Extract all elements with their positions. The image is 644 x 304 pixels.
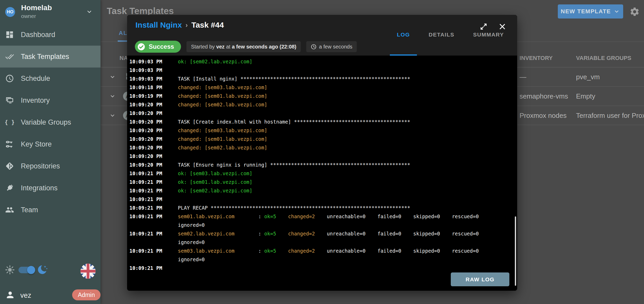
log-line: 10:09:19 PMchanged: [sem01.lab.vezpi.com…	[127, 92, 517, 100]
sidebar-item-label: Inventory	[21, 96, 50, 105]
log-message	[178, 152, 517, 161]
log-timestamp: 10:09:20 PM	[129, 135, 178, 143]
status-badge: Success	[135, 41, 181, 53]
user-icon	[5, 290, 15, 300]
started-chip: Started by vez at a few seconds ago (22:…	[186, 41, 301, 52]
status-row: Success Started by vez at a few seconds …	[135, 41, 357, 53]
log-timestamp: 10:09:21 PM	[129, 229, 178, 238]
sidebar-item-dashboard[interactable]: Dashboard	[0, 24, 101, 46]
theme-toggle-knob	[27, 266, 35, 274]
log-line: 10:09:21 PMsem03.lab.vezpi.com : ok=5 ch…	[127, 247, 517, 255]
sidebar-item-repositories[interactable]: Repositories	[0, 155, 101, 177]
log-message: ok: [sem02.lab.vezpi.com]	[178, 57, 517, 66]
log-timestamp: 10:09:03 PM	[129, 57, 178, 66]
sidebar-nav: DashboardTask TemplatesScheduleInventory…	[0, 24, 101, 221]
admin-badge: Admin	[72, 289, 101, 300]
log-timestamp: 10:09:03 PM	[129, 75, 178, 83]
inventory-icon	[5, 96, 14, 105]
new-template-button[interactable]: NEW TEMPLATE	[558, 4, 623, 19]
raw-log-button[interactable]: RAW LOG	[451, 272, 509, 286]
team-icon	[5, 205, 14, 214]
log-timestamp: 10:09:21 PM	[129, 264, 178, 272]
dark-mode-moon-icon	[37, 264, 48, 275]
log-line: 10:09:20 PM	[127, 109, 517, 118]
row-expand-chevron-icon[interactable]	[109, 112, 116, 119]
sidebar-item-task-templates[interactable]: Task Templates	[0, 46, 101, 68]
language-flag-uk[interactable]	[80, 264, 96, 279]
sidebar-item-inventory[interactable]: Inventory	[0, 89, 101, 111]
tab-log[interactable]: LOG	[390, 15, 417, 56]
sidebar-item-variable-groups[interactable]: { }Variable Groups	[0, 111, 101, 133]
log-message: TASK [Ensure nginx is running] *********…	[178, 161, 517, 169]
log-line: ignored=0	[127, 221, 517, 229]
log-message: TASK [Create index.html with hostname] *…	[178, 118, 517, 126]
log-timestamp: 10:09:21 PM	[129, 247, 178, 255]
log-line: 10:09:03 PM	[127, 66, 517, 75]
project-switcher[interactable]: HO Homelab owner	[0, 0, 101, 24]
column-header-inventory: INVENTORY	[520, 55, 553, 62]
log-line: 10:09:20 PM	[127, 152, 517, 161]
task-templates-icon	[5, 52, 14, 61]
log-message	[178, 195, 517, 204]
log-line: 10:09:20 PMchanged: [sem02.lab.vezpi.com…	[127, 143, 517, 152]
log-timestamp	[129, 238, 178, 247]
breadcrumb-task: Task #44	[191, 21, 224, 29]
integrations-icon	[5, 184, 14, 192]
log-message	[178, 109, 517, 118]
log-message: sem02.lab.vezpi.com : ok=5 changed=2 unr…	[178, 229, 517, 238]
log-line: 10:09:21 PMPLAY RECAP ******************…	[127, 204, 517, 212]
log-timestamp: 10:09:20 PM	[129, 100, 178, 109]
duration-chip: a few seconds	[306, 41, 357, 52]
log-line: 10:09:21 PM	[127, 264, 517, 272]
log-message	[178, 264, 517, 272]
log-timestamp: 10:09:18 PM	[129, 83, 178, 92]
clock-icon	[311, 44, 317, 50]
project-avatar: HO	[5, 7, 15, 17]
cell-variable-groups: Terraform user for Proxm	[576, 111, 644, 119]
sidebar-item-integrations[interactable]: Integrations	[0, 177, 101, 199]
breadcrumb-template-link[interactable]: Install Nginx	[135, 21, 182, 29]
tab-summary[interactable]: SUMMARY	[466, 15, 511, 56]
repositories-icon	[5, 162, 14, 171]
status-badge-label: Success	[149, 43, 174, 50]
modal-header: Install Nginx › Task #44 Success Started…	[127, 15, 517, 56]
log-line: 10:09:20 PMchanged: [sem03.lab.vezpi.com…	[127, 126, 517, 135]
log-line: 10:09:20 PMTASK [Create index.html with …	[127, 118, 517, 126]
log-line: 10:09:21 PMok: [sem03.lab.vezpi.com]	[127, 169, 517, 178]
tab-details[interactable]: DETAILS	[422, 15, 461, 56]
user-menu[interactable]: vez Admin	[0, 287, 101, 304]
duration-label: a few seconds	[319, 44, 352, 50]
sidebar-item-team[interactable]: Team	[0, 199, 101, 221]
log-timestamp: 10:09:03 PM	[129, 66, 178, 75]
log-timestamp: 10:09:20 PM	[129, 126, 178, 135]
settings-gear-icon[interactable]	[629, 7, 640, 17]
row-expand-chevron-icon[interactable]	[109, 73, 116, 81]
log-timestamp: 10:09:21 PM	[129, 212, 178, 221]
log-line: 10:09:21 PMsem02.lab.vezpi.com : ok=5 ch…	[127, 229, 517, 238]
log-message: changed: [sem02.lab.vezpi.com]	[178, 100, 517, 109]
light-mode-sun-icon	[5, 265, 15, 275]
log-line: 10:09:20 PMchanged: [sem02.lab.vezpi.com…	[127, 100, 517, 109]
sidebar: HO Homelab owner DashboardTask Templates…	[0, 0, 101, 304]
schedule-icon	[5, 74, 14, 83]
log-line: 10:09:20 PMchanged: [sem01.lab.vezpi.com…	[127, 135, 517, 143]
log-line: ignored=0	[127, 255, 517, 264]
log-scrollbar[interactable]	[515, 216, 516, 286]
log-message: PLAY RECAP *****************************…	[178, 204, 517, 212]
log-message: changed: [sem02.lab.vezpi.com]	[178, 143, 517, 152]
svg-text:{ }: { }	[5, 119, 14, 125]
log-timestamp: 10:09:20 PM	[129, 109, 178, 118]
sidebar-item-key-store[interactable]: Key Store	[0, 133, 101, 155]
theme-toggle[interactable]	[18, 267, 35, 273]
project-role: owner	[21, 13, 36, 19]
log-message: changed: [sem03.lab.vezpi.com]	[178, 83, 517, 92]
log-message: TASK [Install nginx] *******************…	[178, 75, 517, 83]
sidebar-item-schedule[interactable]: Schedule	[0, 68, 101, 89]
log-message: ok: [sem03.lab.vezpi.com]	[178, 169, 517, 178]
sidebar-item-label: Repositories	[21, 162, 60, 170]
log-timestamp: 10:09:20 PM	[129, 152, 178, 161]
log-line: 10:09:18 PMchanged: [sem03.lab.vezpi.com…	[127, 83, 517, 92]
row-expand-chevron-icon[interactable]	[109, 93, 116, 100]
log-timestamp	[129, 221, 178, 229]
log-timestamp: 10:09:21 PM	[129, 195, 178, 204]
